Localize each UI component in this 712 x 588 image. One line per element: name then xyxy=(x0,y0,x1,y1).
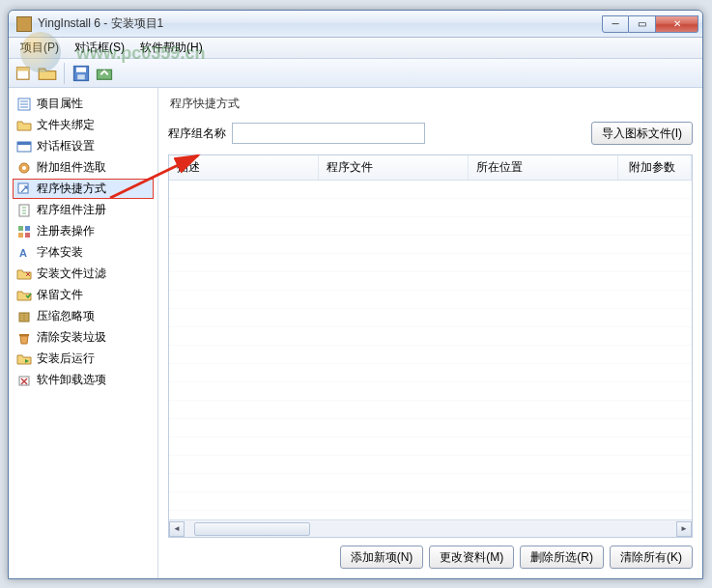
scroll-thumb[interactable] xyxy=(194,522,310,536)
sidebar-item-post-run[interactable]: 安装后运行 xyxy=(13,349,154,369)
component-icon xyxy=(16,160,32,176)
sidebar-item-dialog-settings[interactable]: 对话框设置 xyxy=(13,136,154,156)
svg-rect-11 xyxy=(17,142,31,145)
window-controls: ─ ▭ ✕ xyxy=(602,15,698,33)
col-location[interactable]: 所在位置 xyxy=(469,155,618,180)
cleanup-icon xyxy=(16,330,32,346)
clear-all-button[interactable]: 清除所有(K) xyxy=(610,546,693,569)
sidebar-item-uninstall[interactable]: 软件卸载选项 xyxy=(13,370,154,390)
minimize-button[interactable]: ─ xyxy=(602,15,629,33)
table-header: 描述 程序文件 所在位置 附加参数 xyxy=(169,155,692,181)
add-button[interactable]: 添加新项(N) xyxy=(340,546,424,569)
svg-rect-16 xyxy=(18,226,23,231)
delete-selected-button[interactable]: 删除所选(R) xyxy=(520,546,604,569)
toolbar xyxy=(9,59,702,88)
svg-point-13 xyxy=(22,166,26,170)
horizontal-scrollbar[interactable]: ◄ ► xyxy=(169,519,692,537)
svg-rect-1 xyxy=(17,67,30,70)
sidebar-item-registry[interactable]: 注册表操作 xyxy=(13,221,154,241)
sidebar-item-label: 附加组件选取 xyxy=(37,159,106,176)
col-program-file[interactable]: 程序文件 xyxy=(319,155,469,180)
dialog-icon xyxy=(16,139,32,154)
menubar: 项目(P) 对话框(S) 软件帮助(H) xyxy=(9,38,702,59)
sidebar-item-components[interactable]: 附加组件选取 xyxy=(13,157,154,178)
sidebar-item-folder-bind[interactable]: 文件夹绑定 xyxy=(13,115,154,135)
group-name-label: 程序组名称 xyxy=(168,126,232,142)
menu-help[interactable]: 软件帮助(H) xyxy=(132,38,211,58)
sidebar-item-label: 保留文件 xyxy=(37,287,83,303)
edit-button[interactable]: 更改资料(M) xyxy=(429,546,514,569)
col-description[interactable]: 描述 xyxy=(169,155,319,180)
sidebar-item-register[interactable]: 程序组件注册 xyxy=(13,200,154,220)
import-icon-button[interactable]: 导入图标文件(I) xyxy=(591,122,693,145)
titlebar[interactable]: YingInstall 6 - 安装项目1 ─ ▭ ✕ xyxy=(9,11,702,38)
keep-icon xyxy=(16,288,32,303)
sidebar-item-label: 安装文件过滤 xyxy=(37,266,106,282)
sidebar-item-label: 清除安装垃圾 xyxy=(37,329,106,346)
scroll-left-button[interactable]: ◄ xyxy=(169,521,185,537)
shortcut-icon xyxy=(16,182,32,197)
registry-icon xyxy=(16,224,32,239)
filter-icon xyxy=(16,266,32,282)
sidebar: 项目属性 文件夹绑定 对话框设置 附加组件选取 程序快捷方式 程序组件注册 xyxy=(9,88,158,578)
page-title: 程序快捷方式 xyxy=(168,96,693,112)
sidebar-item-label: 文件夹绑定 xyxy=(37,117,95,133)
svg-text:A: A xyxy=(19,247,27,259)
compress-icon xyxy=(16,309,32,324)
menu-project[interactable]: 项目(P) xyxy=(13,38,67,58)
sidebar-item-file-filter[interactable]: 安装文件过滤 xyxy=(13,264,154,284)
sidebar-item-label: 软件卸载选项 xyxy=(37,372,106,388)
window-title: YingInstall 6 - 安装项目1 xyxy=(38,15,602,32)
col-arguments[interactable]: 附加参数 xyxy=(618,155,692,180)
action-buttons: 添加新项(N) 更改资料(M) 删除所选(R) 清除所有(K) xyxy=(168,546,693,569)
sidebar-item-properties[interactable]: 项目属性 xyxy=(13,94,154,114)
uninstall-icon xyxy=(16,373,32,388)
sidebar-item-cleanup[interactable]: 清除安装垃圾 xyxy=(13,327,154,348)
table-body[interactable] xyxy=(169,181,692,519)
register-icon xyxy=(16,203,32,218)
new-project-icon[interactable] xyxy=(14,64,34,83)
build-icon[interactable] xyxy=(95,64,114,83)
svg-rect-4 xyxy=(77,74,85,79)
svg-rect-17 xyxy=(25,226,30,231)
sidebar-item-label: 注册表操作 xyxy=(37,223,95,239)
sidebar-item-label: 压缩忽略项 xyxy=(37,308,95,324)
content-area: 项目属性 文件夹绑定 对话框设置 附加组件选取 程序快捷方式 程序组件注册 xyxy=(9,88,702,578)
save-icon[interactable] xyxy=(71,64,91,83)
scroll-track[interactable] xyxy=(185,521,676,537)
svg-rect-19 xyxy=(25,233,30,238)
scroll-right-button[interactable]: ► xyxy=(676,521,692,537)
app-icon xyxy=(16,16,32,32)
toolbar-separator xyxy=(64,63,65,84)
folder-icon xyxy=(16,118,32,133)
sidebar-item-label: 程序快捷方式 xyxy=(37,181,106,197)
svg-rect-3 xyxy=(76,67,86,71)
group-name-input[interactable] xyxy=(232,123,425,144)
group-name-row: 程序组名称 导入图标文件(I) xyxy=(168,122,693,145)
sidebar-item-keep-files[interactable]: 保留文件 xyxy=(13,285,154,305)
menu-dialog[interactable]: 对话框(S) xyxy=(67,38,132,58)
open-icon[interactable] xyxy=(38,64,57,83)
sidebar-item-shortcuts[interactable]: 程序快捷方式 xyxy=(13,179,154,199)
main-panel: 程序快捷方式 程序组名称 导入图标文件(I) 描述 程序文件 所在位置 附加参数… xyxy=(158,88,702,578)
sidebar-item-label: 项目属性 xyxy=(37,96,83,112)
sidebar-item-label: 程序组件注册 xyxy=(37,202,106,218)
close-button[interactable]: ✕ xyxy=(656,15,698,33)
svg-rect-23 xyxy=(19,334,29,336)
font-icon: A xyxy=(16,245,32,261)
shortcuts-table: 描述 程序文件 所在位置 附加参数 ◄ ► xyxy=(168,154,693,538)
sidebar-item-compress-ignore[interactable]: 压缩忽略项 xyxy=(13,306,154,326)
sidebar-item-fonts[interactable]: A 字体安装 xyxy=(13,242,154,263)
sidebar-item-label: 安装后运行 xyxy=(37,350,95,367)
sidebar-item-label: 对话框设置 xyxy=(37,138,95,154)
app-window: YingInstall 6 - 安装项目1 ─ ▭ ✕ 项目(P) 对话框(S)… xyxy=(8,10,703,579)
sidebar-item-label: 字体安装 xyxy=(37,244,83,261)
maximize-button[interactable]: ▭ xyxy=(629,15,656,33)
run-icon xyxy=(16,351,32,367)
svg-rect-18 xyxy=(18,233,23,238)
properties-icon xyxy=(16,97,32,112)
